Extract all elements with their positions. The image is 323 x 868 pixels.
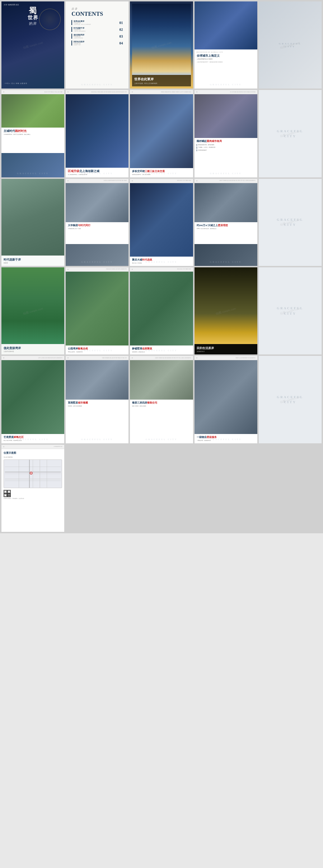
r2-1-photo <box>1 94 64 127</box>
gc-r4-2: GRACEFUL CITY <box>81 349 113 352</box>
r3-1-sub: 新重置 <box>4 262 62 264</box>
top-bar-dot-r5-1 <box>3 357 4 358</box>
contents-item-4: 回归生活原岸 Graceful City 花溪都UV御岸 04 <box>71 40 123 46</box>
project-name: 锦绣四季·润丰 <box>8 4 19 6</box>
r6-1-title: 位置示意图 <box>4 451 62 455</box>
r4-1-photo <box>1 267 64 344</box>
r5-3-body: 臻质三房四房臻装住宅 精装三房四房，臻质生活配置 <box>130 400 193 443</box>
r5-4-photo <box>195 360 257 434</box>
card-r3-5: GRACEFULCITY 仙图 xianpic.com <box>259 179 322 266</box>
top-bar-dot-r3-3 <box>132 180 133 181</box>
contents-item-1-num: 01 <box>119 21 123 25</box>
top-bar-r2-1: MAIN CITY TIME GU VILLAGE TIME <box>1 90 64 94</box>
r2-2-photo <box>66 94 128 168</box>
gc-r2-4: GRACEFUL CITY <box>210 172 242 175</box>
contents-label: 目录 <box>71 7 123 11</box>
r3-4-title: 约390万㎡大城之上壁居理想 <box>197 224 255 227</box>
contents-item-1-detail: 上海2035总规，时代人文与城市格局 <box>74 24 118 25</box>
r3-3-photo <box>130 183 193 257</box>
gc-r2-1: GRACEFUL CITY <box>17 172 49 175</box>
svg-rect-19 <box>9 494 10 495</box>
card-r3-4: ABOUT 390000 SQUARE METERS ON THE CITY V… <box>195 179 257 266</box>
card-contents: 目录 CONTENTS 世界在此覃岸 Graceful City 上海2035总… <box>66 1 128 89</box>
top-bar-text-r4-3: SHUO BIG CITY TIMES NEW <box>177 268 191 270</box>
r3-5-inner: GRACEFULCITY <box>259 179 322 266</box>
top-bar-r2-4: GU SUN RISE RECONSTRUCTION URBAN PATTERN <box>195 90 257 94</box>
r2-1-title: 主城时代顾村时光 <box>4 129 62 133</box>
top-bar-text-r5-2: WIDE BORDER INLAID IN THE TIME OF THE CI… <box>102 357 127 359</box>
top-bar-text-r3-2: DAHUA GROUP KEEPS PACE WITH THE TIMES <box>104 180 127 181</box>
contents-item-3-num: 03 <box>119 34 123 38</box>
top-bar-dot-r6-1 <box>3 446 4 447</box>
r2-4-point3: 区域价值持续提升 <box>197 149 255 151</box>
contents-inner: 目录 CONTENTS 世界在此覃岸 Graceful City 上海2035总… <box>69 4 126 50</box>
top-bar-dot-r5-2 <box>67 357 69 358</box>
gc-r5-3: GRACEFUL CITY <box>146 438 178 440</box>
r4-4-caption: 回归生活原岸 花溪都 御·岸 <box>195 344 257 354</box>
qr-svg <box>4 490 11 497</box>
r2-5-inner: GRACEFULCITY <box>259 90 322 177</box>
top-bar-r2-2: REGIONAL UPGRADING OF THE NORTH SHANGAHI… <box>66 90 128 94</box>
card-cover: 大华 锦绣四季·润丰 蜀 世界 的岸 +90万㎡·巨心·深栖·全配套境 仙图 x… <box>1 1 64 89</box>
r6-1-body: 位置示意图 宝山区·顾村镇 <box>1 449 64 501</box>
r2-4-body: 顾村崛起重构城市格局 顾村版块整体升级，城市格局重构 产业聚集，人口导入，商业配… <box>195 138 257 177</box>
gc-watermark-contents: GRACEFUL CITY <box>81 84 113 86</box>
card-r2-2: REGIONAL UPGRADING OF THE NORTH SHANGAHI… <box>66 90 128 177</box>
gc-r5-4: GRACEFUL CITY <box>210 438 242 440</box>
card-row1-5-bg: GRACEFULCITY <box>259 1 322 89</box>
r5-2-body: 宽境墅居城市臻藏 宽境墅居，城市中的珍稀臻藏 <box>66 400 128 443</box>
top-bar-text-r3-3: SHUO BIG CITY TIMES NEW <box>177 180 191 181</box>
r4-1-sub: 公园湾·贵脉绿意 <box>4 350 62 352</box>
top-bar-dot-r5-4 <box>196 357 197 358</box>
definition-photo <box>195 1 257 49</box>
r2-1-desc: 大华锦绣四季润丰，坐落于宝山区顾村镇，地处主城核心 <box>4 134 62 135</box>
r6-1-qr <box>4 490 11 497</box>
r3-2-body: 大华集团与时代同行 大华集团深耕上海二十余载 <box>66 222 128 244</box>
top-bar-dot-r3-2 <box>67 180 69 181</box>
skyline-subtitle: 上海2035总规，时代人文与城市格局 <box>134 82 188 84</box>
card-r4-1: 值此贵脉湾岸 公园湾·贵脉绿意 仙图 xianpic.com <box>1 267 64 354</box>
top-bar-text-r5-4: FIRST CLASS PROPERTY STAR SERVICE <box>236 357 256 359</box>
card-r5-2: WIDE BORDER INLAID IN THE TIME OF THE CI… <box>66 356 128 443</box>
r5-2-photo <box>66 360 128 399</box>
gc-r4-3: GRACEFUL CITY <box>146 349 178 352</box>
top-bar-r6-1: 大华·锦绣四季·润丰 <box>1 445 64 449</box>
r5-3-title: 臻质三房四房臻装住宅 <box>132 401 191 405</box>
r5-3-photo <box>130 360 193 399</box>
card-row1-5-label: GRACEFULCITY <box>279 42 301 48</box>
top-bar-text-r5-1: ANY LANDSCAPE FRESH OXYGEN COMMUNITY <box>38 357 62 359</box>
svg-rect-15 <box>8 491 10 492</box>
contents-item-4-detail: 花溪都UV御岸 <box>74 44 118 46</box>
card-skyline: 世界在此覃岸 上海2035总规，时代人文与城市格局 仙图 xianpic.com <box>130 1 193 89</box>
r3-2-photo <box>66 183 128 222</box>
r3-2-title: 大华集团与时代同行 <box>68 224 126 227</box>
gc-r2-3: GRACEFUL CITY <box>146 172 178 175</box>
contents-item-3-detail: 公园湾岸500亩绿地 <box>74 37 118 39</box>
r3-1-title: 时代选新于岸 <box>4 258 62 262</box>
r5-5-label: GRACEFULCITY <box>277 395 304 405</box>
r2-4-point2: 产业聚集，人口导入，商业配套完善 <box>197 147 255 148</box>
contents-title: CONTENTS <box>71 11 123 17</box>
gc-r5-1: GRACEFUL CITY <box>17 438 49 440</box>
top-bar-dot-r4-2 <box>67 269 69 270</box>
r5-1-photo <box>1 360 64 434</box>
svg-point-11 <box>31 472 32 474</box>
r4-3-photo <box>130 272 193 345</box>
card-r5-5: GRACEFULCITY 仙图 xianpic.com <box>259 356 322 443</box>
svg-rect-18 <box>8 494 9 495</box>
top-bar-text-r2-4: GU SUN RISE RECONSTRUCTION URBAN PATTERN <box>230 91 256 93</box>
card-r4-2: PARK BAY SHORE OXYGEN COMMUNITY 公园湾岸敞氧自然… <box>66 267 128 354</box>
r2-4-title: 顾村崛起重构城市格局 <box>197 140 255 143</box>
top-bar-text-r5-3: ABOUT 390000 SQUARE METERS ON THE CITY V… <box>155 357 191 359</box>
definition-body: DEFINITION OF GLOBAL CITY 全球城市上海定义 上海全球城… <box>195 49 257 65</box>
r3-4-desc: 约390万㎡超大城市综合体，壁居理想生活 <box>197 228 255 230</box>
svg-rect-20 <box>8 496 9 496</box>
top-bar-dot-r5-3 <box>132 357 133 358</box>
card-r3-1: 时代选新于岸 新重置 <box>1 179 64 266</box>
card-r6-1: 大华·锦绣四季·润丰 位置示意图 宝山区·顾村镇 <box>1 445 64 532</box>
contents-item-1: 世界在此覃岸 Graceful City 上海2035总规，时代人文与城市格局 … <box>71 20 123 25</box>
r3-2-desc: 大华集团深耕上海二十余载 <box>68 228 126 230</box>
cover-bottom: +90万㎡·巨心·深栖·全配套境 <box>4 83 61 84</box>
top-bar-r5-1: ANY LANDSCAPE FRESH OXYGEN COMMUNITY <box>1 356 64 360</box>
top-bar-r4-3: SHUO BIG CITY TIMES NEW <box>130 267 193 272</box>
